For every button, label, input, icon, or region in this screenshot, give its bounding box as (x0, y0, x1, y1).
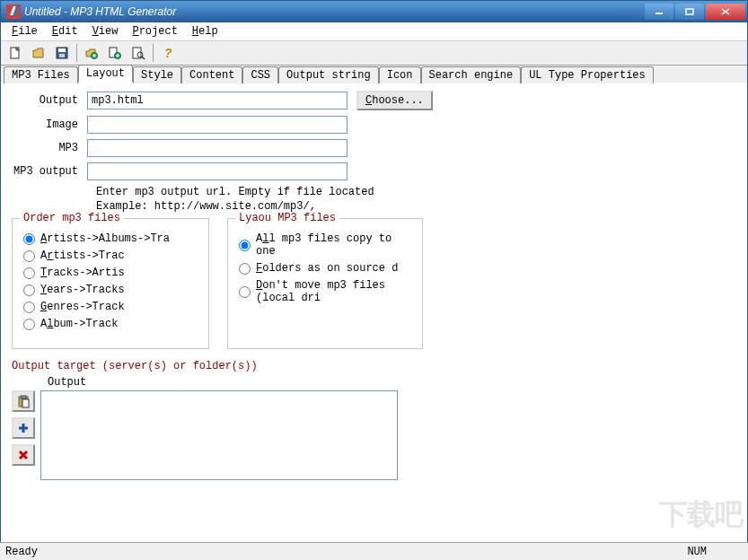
add-folder-button[interactable] (81, 43, 102, 63)
output-input[interactable] (87, 92, 348, 109)
minimize-button[interactable] (645, 4, 673, 20)
svg-rect-17 (22, 399, 29, 407)
image-input[interactable] (87, 116, 348, 134)
mp3output-label: MP3 output (12, 165, 87, 178)
lyaou-radio-copy-one[interactable] (239, 240, 251, 251)
menu-help[interactable]: Help (185, 23, 225, 39)
lyaou-groupbox: Lyaou MP3 files All mp3 files copy to on… (227, 218, 423, 349)
choose-button[interactable]: Choose... (356, 91, 433, 110)
tab-outputstring[interactable]: Output string (278, 66, 379, 83)
statusbar: Ready NUM (0, 542, 748, 560)
svg-rect-1 (686, 9, 693, 14)
svg-rect-11 (133, 48, 141, 58)
status-num: NUM (687, 546, 707, 558)
window-title: Untitled - MP3 HTML Generator (24, 5, 645, 18)
tabstrip: MP3 Files Layout Style Content CSS Outpu… (1, 66, 747, 83)
tab-panel-layout: Output Choose... Image MP3 MP3 output En… (1, 83, 747, 557)
toolbar: ? (1, 40, 747, 66)
delete-button[interactable] (12, 444, 35, 466)
status-ready: Ready (5, 546, 687, 558)
order-group-title: Order mp3 files (20, 212, 124, 224)
lyaou-radio-dont-move[interactable] (239, 286, 251, 298)
tab-style[interactable]: Style (133, 66, 181, 83)
add-file-button[interactable] (104, 43, 126, 63)
output-target-title: Output target (server(s) or folder(s)) (12, 360, 736, 372)
add-button[interactable] (12, 417, 35, 439)
mp3-input[interactable] (87, 139, 348, 157)
paste-button[interactable] (12, 390, 35, 412)
menu-view[interactable]: View (85, 23, 126, 39)
maximize-button[interactable] (675, 4, 704, 20)
preview-button[interactable] (128, 43, 149, 63)
svg-rect-6 (58, 48, 66, 52)
tab-searchengine[interactable]: Search engine (421, 66, 522, 83)
order-groupbox: Order mp3 files Artists->Albums->Tra Art… (12, 218, 209, 349)
output-target-label: Output (48, 376, 736, 389)
menu-project[interactable]: Project (125, 23, 184, 39)
new-file-button[interactable] (4, 43, 26, 63)
svg-text:?: ? (164, 46, 172, 60)
order-radio-artists-albums-tra[interactable] (23, 233, 35, 245)
save-button[interactable] (51, 43, 73, 63)
app-icon (6, 4, 21, 19)
tab-content[interactable]: Content (181, 66, 242, 83)
svg-rect-16 (21, 396, 26, 398)
lyaou-radio-folders-source[interactable] (239, 263, 251, 275)
tab-css[interactable]: CSS (242, 66, 278, 83)
tab-icon[interactable]: Icon (379, 66, 421, 83)
menu-edit[interactable]: Edit (45, 23, 85, 39)
tab-layout[interactable]: Layout (78, 65, 133, 83)
mp3output-input[interactable] (87, 162, 348, 180)
order-radio-years-tracks[interactable] (23, 284, 35, 296)
svg-line-13 (142, 57, 145, 59)
hint-line-1: Enter mp3 output url. Empty if file loca… (96, 186, 736, 198)
tab-ultype[interactable]: UL Type Properties (521, 66, 654, 83)
image-label: Image (12, 118, 87, 131)
menubar: File Edit View Project Help (1, 22, 747, 40)
hint-line-2: Example: http://www.site.com/mp3/, (96, 200, 736, 213)
order-radio-tracks-artis[interactable] (23, 267, 35, 279)
order-radio-genres-track[interactable] (23, 302, 35, 313)
menu-file[interactable]: File (4, 23, 45, 39)
output-target-listbox[interactable] (40, 390, 398, 480)
order-radio-album-track[interactable] (23, 319, 35, 330)
lyaou-group-title: Lyaou MP3 files (235, 212, 339, 224)
help-button[interactable]: ? (157, 43, 179, 63)
tab-mp3files[interactable]: MP3 Files (4, 66, 78, 83)
mp3-label: MP3 (12, 142, 87, 154)
order-radio-artists-trac[interactable] (23, 250, 35, 262)
open-file-button[interactable] (28, 43, 49, 63)
titlebar: Untitled - MP3 HTML Generator (1, 1, 747, 22)
close-button[interactable] (706, 4, 745, 20)
svg-rect-7 (59, 54, 65, 57)
output-label: Output (12, 94, 87, 107)
